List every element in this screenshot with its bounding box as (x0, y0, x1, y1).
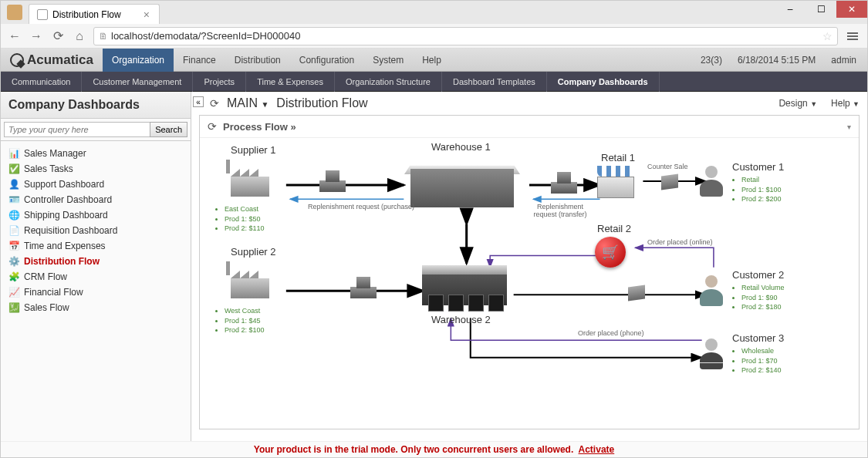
chart-icon: 📈 (8, 287, 19, 298)
sub-nav: CommunicationCustomer ManagementProjects… (1, 72, 867, 92)
trial-message: Your product is in the trial mode. Only … (254, 444, 574, 455)
retail2-label: Retail 2 (597, 223, 631, 234)
top-menu-configuration[interactable]: Configuration (290, 49, 363, 72)
home-button[interactable]: ⌂ (72, 29, 87, 44)
supplier1-label: Supplier 1 (231, 144, 276, 156)
design-menu[interactable]: Design ▼ (778, 98, 817, 109)
top-menu-distribution[interactable]: Distribution (225, 49, 290, 72)
sidebar-collapse-button[interactable]: « (193, 96, 204, 107)
supplier2-label: Supplier 2 (231, 246, 276, 258)
edge-label-order-online: Order placed (online) (647, 238, 713, 246)
sales-icon: 💹 (8, 302, 19, 313)
forward-button[interactable]: → (29, 29, 44, 44)
sidebar-item-support-dashboard[interactable]: 👤Support Dashboard (1, 177, 191, 192)
search-button[interactable]: Search (150, 122, 187, 137)
edge-label-replen-transfer: Replenishment request (transfer) (525, 203, 595, 218)
sidebar-item-label: Sales Flow (24, 302, 69, 313)
customer3-info: Wholesale Prod 1: $70 Prod 2: $140 (732, 346, 782, 375)
page-icon: 🗎 (99, 31, 108, 42)
supplier2-icon[interactable] (223, 261, 277, 298)
activate-link[interactable]: Activate (579, 444, 615, 455)
address-bar: ← → ⟳ ⌂ 🗎 ☆ (1, 24, 867, 49)
sidebar-item-label: Controller Dashboard (24, 194, 112, 205)
sub-nav-dashboard-templates[interactable]: Dashboard Templates (442, 72, 547, 92)
profile-avatar[interactable] (7, 5, 22, 20)
bars-icon: 📊 (8, 148, 19, 159)
sidebar-item-sales-tasks[interactable]: ✅Sales Tasks (1, 161, 191, 177)
back-button[interactable]: ← (7, 29, 22, 44)
sub-nav-organization-structure[interactable]: Organization Structure (335, 72, 442, 92)
main-wrap: Company Dashboards Search 📊Sales Manager… (1, 92, 867, 458)
customer2-icon[interactable] (697, 275, 725, 308)
sub-nav-projects[interactable]: Projects (193, 72, 246, 92)
sub-nav-communication[interactable]: Communication (1, 72, 82, 92)
top-menu-system[interactable]: System (363, 49, 413, 72)
shipment-boxes-icon (350, 275, 380, 298)
edge-label-counter-sale: Counter Sale (647, 163, 688, 170)
puzzle-icon: 🧩 (8, 271, 19, 282)
window-minimize[interactable]: – (775, 1, 806, 18)
sidebar-list: 📊Sales Manager✅Sales Tasks👤Support Dashb… (1, 141, 191, 320)
brand[interactable]: Acumatica (1, 52, 103, 68)
sidebar-item-shipping-dashboard[interactable]: 🌐Shipping Dashboard (1, 207, 191, 223)
sidebar-item-time-and-expenses[interactable]: 📅Time and Expenses (1, 238, 191, 254)
sidebar-search: Search (1, 119, 191, 141)
retail2-cart-icon[interactable]: 🛒 (595, 237, 626, 268)
bookmark-star-icon[interactable]: ☆ (822, 30, 833, 42)
sidebar-item-crm-flow[interactable]: 🧩CRM Flow (1, 269, 191, 285)
warehouse2-label: Warehouse 2 (431, 314, 491, 325)
package-icon (628, 285, 645, 301)
sidebar-item-label: Time and Expenses (24, 241, 106, 251)
diagram: Supplier 1 East Coast Prod 1: $50 Prod 2… (200, 138, 859, 427)
refresh-icon[interactable]: ⟳ (210, 97, 219, 109)
sidebar-item-financial-flow[interactable]: 📈Financial Flow (1, 285, 191, 300)
window-maximize[interactable]: ☐ (806, 1, 836, 18)
browser-chrome: Distribution Flow × – ☐ ✕ ← → ⟳ ⌂ 🗎 ☆ (1, 1, 867, 49)
customer1-icon[interactable] (697, 166, 725, 198)
warehouse2-icon[interactable] (422, 265, 507, 312)
panel-collapse-icon[interactable]: ▾ (847, 123, 851, 131)
top-menu-organization[interactable]: Organization (103, 49, 174, 72)
sub-nav-time-&-expenses[interactable]: Time & Expenses (246, 72, 335, 92)
id-icon: 🪪 (8, 194, 19, 205)
sidebar-item-sales-flow[interactable]: 💹Sales Flow (1, 300, 191, 315)
url-input[interactable] (111, 30, 822, 42)
tab-title: Distribution Flow (52, 9, 121, 20)
sidebar-item-distribution-flow[interactable]: ⚙️Distribution Flow (1, 254, 191, 269)
sidebar-item-sales-manager[interactable]: 📊Sales Manager (1, 146, 191, 161)
window-close[interactable]: ✕ (836, 1, 867, 18)
sidebar-item-requisition-dashboard[interactable]: 📄Requisition Dashboard (1, 223, 191, 238)
top-nav: Acumatica OrganizationFinanceDistributio… (1, 49, 867, 72)
panel-title: Process Flow » (223, 121, 296, 133)
customer1-info: Retail Prod 1: $100 Prod 2: $200 (732, 175, 782, 204)
sidebar-item-label: CRM Flow (24, 271, 67, 282)
sidebar-title: Company Dashboards (1, 92, 191, 119)
check-icon: ✅ (8, 163, 19, 174)
customer2-info: Retail Volume Prod 1: $90 Prod 2: $180 (732, 283, 785, 312)
search-input[interactable] (4, 122, 150, 137)
notification-count[interactable]: 23(3) (701, 55, 722, 66)
panel-refresh-icon[interactable]: ⟳ (208, 120, 217, 133)
edge-label-replen-purchase: Replenishment request (purchase) (308, 203, 414, 210)
supplier1-icon[interactable] (223, 160, 277, 197)
user-label[interactable]: admin (831, 55, 856, 66)
browser-menu-icon[interactable] (844, 29, 861, 43)
breadcrumb-root[interactable]: MAIN ▼ (227, 96, 269, 110)
customer3-label: Customer 3 (732, 332, 784, 344)
sub-nav-customer-management[interactable]: Customer Management (82, 72, 193, 92)
sidebar-item-controller-dashboard[interactable]: 🪪Controller Dashboard (1, 192, 191, 207)
warehouse1-icon[interactable] (404, 155, 520, 217)
help-menu[interactable]: Help ▼ (831, 98, 860, 109)
brand-label: Acumatica (27, 52, 93, 68)
top-menu-finance[interactable]: Finance (174, 49, 225, 72)
reload-button[interactable]: ⟳ (50, 29, 66, 44)
customer3-icon[interactable] (697, 338, 725, 371)
sidebar-item-label: Sales Tasks (24, 163, 73, 174)
sub-nav-company-dashboards[interactable]: Company Dashboards (547, 72, 660, 92)
content-header: ⟳ MAIN ▼ Distribution Flow Design ▼ Help… (191, 92, 867, 115)
tab-close-button[interactable]: × (140, 8, 153, 21)
retail1-icon[interactable] (597, 166, 634, 200)
top-menu-help[interactable]: Help (413, 49, 451, 72)
browser-tab[interactable]: Distribution Flow × (29, 4, 160, 24)
sidebar-item-label: Sales Manager (24, 148, 86, 159)
